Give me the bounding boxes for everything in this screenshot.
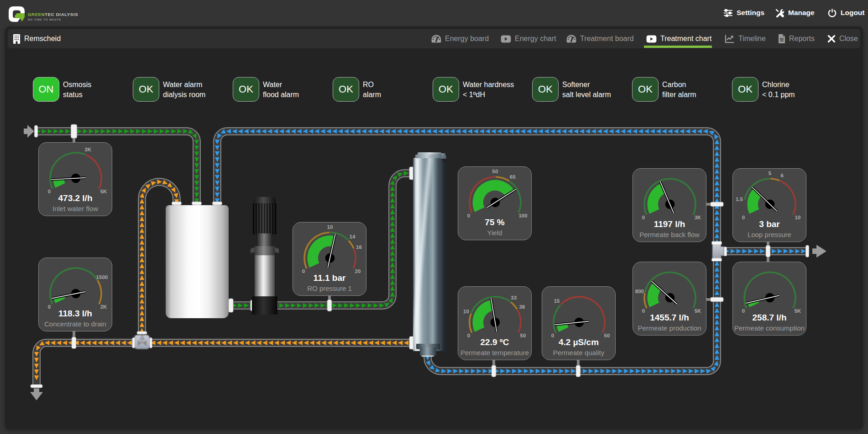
svg-text:14: 14 xyxy=(350,234,356,239)
svg-text:10: 10 xyxy=(327,224,333,230)
svg-text:800: 800 xyxy=(635,289,644,294)
svg-text:33: 33 xyxy=(511,295,517,300)
svg-text:16: 16 xyxy=(356,244,362,250)
svg-text:50: 50 xyxy=(492,169,498,174)
svg-text:1.5: 1.5 xyxy=(736,196,743,202)
svg-text:3K: 3K xyxy=(84,147,91,152)
svg-text:38: 38 xyxy=(519,304,525,310)
svg-text:15: 15 xyxy=(554,298,560,304)
svg-text:65: 65 xyxy=(510,174,516,180)
svg-text:1500: 1500 xyxy=(96,274,108,280)
svg-text:5: 5 xyxy=(769,170,772,176)
svg-text:6: 6 xyxy=(780,173,783,178)
svg-text:10: 10 xyxy=(463,309,469,314)
